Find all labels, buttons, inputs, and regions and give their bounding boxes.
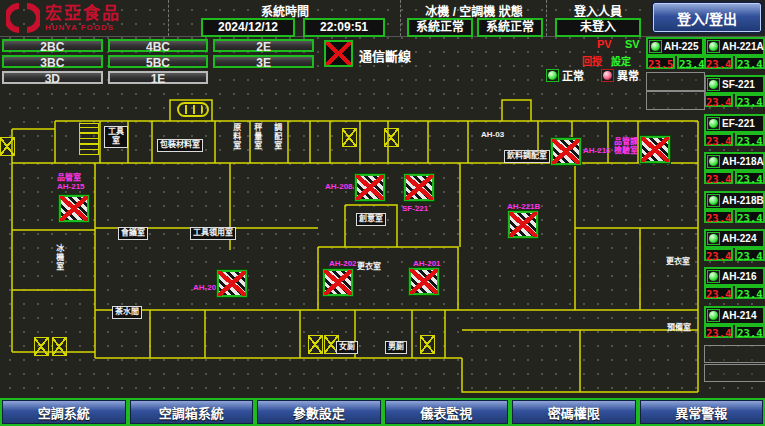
floor-button-3bc[interactable]: 3BC [2,55,103,68]
floor-select-grid: 2BC4BC2E3BC5BC3E3D1E [2,39,314,84]
shaft-icon-1 [342,128,357,147]
red-x-mark [324,270,352,295]
ahu-alarm-label-4: SF-221 [402,204,428,213]
unit-ah-214-sv-value: 23.4 [735,325,764,338]
room-label-12: 茶水間 [112,306,142,319]
unit-ah-214-status-led-icon [707,309,720,322]
unit-ah-216-name: AH-216 [722,271,756,282]
ahu-comm-fail-icon-1[interactable] [59,195,89,222]
floor-button-5bc[interactable]: 5BC [108,55,209,68]
abnormal-legend-label: 異常 [617,67,639,83]
unit-sf-221-pv-value: 23.4 [704,94,733,107]
ahu-alarm-label-7: AH-221B [507,202,540,211]
nav-button-1[interactable]: 空調系統 [2,400,126,424]
led-glyph [709,196,718,205]
ahu-comm-fail-icon-8[interactable] [551,138,581,165]
led-glyph [709,157,718,166]
system-time-group: 系統時間 2024/12/12 22:09:51 [168,0,401,36]
sv-label: SV [625,38,640,50]
nav-button-2[interactable]: 空調箱系統 [130,400,254,424]
unit-ah-216-values: 23.423.4 [704,286,764,299]
led-glyph [651,42,660,51]
abnormal-legend: 異常 [601,67,639,83]
room-label-10: 會議室 [118,227,148,240]
machine-status-label: 冰機 / 空調機 狀態 [401,2,547,19]
red-x-mark [60,196,88,221]
unit-ah-225-name: AH-225 [664,41,698,52]
red-x-mark [218,271,246,296]
shaft-icon-2 [384,128,399,147]
unit-ah-218b-values: 23.423.4 [704,210,764,223]
ahu-alarm-label-1: 品管室AH-215 [57,173,85,191]
unit-ah-225-values: 23.523.4 [646,56,703,69]
unit-sf-221-status-led-icon [707,78,720,91]
unit-ef-221[interactable]: EF-221 [704,114,765,133]
unit-ah-224-values: 23.423.4 [704,248,764,261]
unit-ah-218a[interactable]: AH-218A [704,152,765,171]
shaft-icon-4 [34,337,49,356]
unit-ah-221a-status-led-icon [707,40,720,53]
led-glyph [709,119,718,128]
ahu-comm-fail-icon-7[interactable] [508,211,538,238]
unit-sf-221[interactable]: SF-221 [704,75,765,94]
brand-logo: 宏亞食品 HUNYA FOODS [6,2,164,34]
unit-ah-221a-name: AH-221A [722,41,764,52]
floor-button-4bc[interactable]: 4BC [108,39,209,52]
unit-ah-216[interactable]: AH-216 [704,267,765,286]
unit-ah-221a-sv-value: 23.4 [735,56,764,69]
ahu-comm-fail-icon-5[interactable] [323,269,353,296]
unit-sf-221-values: 23.423.4 [704,94,764,107]
pv-label: PV [597,38,612,50]
red-x-mark [509,212,537,237]
unit-ah-225[interactable]: AH-225 [646,37,704,56]
brand-name: 宏亞食品 [45,5,121,22]
red-x-mark [405,175,433,200]
login-group: 登入人員 未登入 [546,0,649,36]
led-glyph [709,311,718,320]
floor-button-2e[interactable]: 2E [213,39,314,52]
unit-ah-224[interactable]: AH-224 [704,229,765,248]
ahu-comm-fail-icon-4[interactable] [404,174,434,201]
unit-ah-218b[interactable]: AH-218B [704,191,765,210]
nav-button-5[interactable]: 密碼權限 [512,400,636,424]
brand-name-en: HUNYA FOODS [45,24,121,32]
shaft-icon-8 [420,335,435,354]
unit-ef-221-values: 23.423.4 [704,133,764,146]
floor-button-2bc[interactable]: 2BC [2,39,103,52]
empty-slot-3 [704,345,765,363]
room-label-6: AH-03 [481,131,504,140]
room-label-8: 創意室 [356,213,386,226]
room-label-14: 男廁 [385,341,407,354]
unit-ah-218a-name: AH-218A [722,156,764,167]
revolving-door-icon [177,102,209,117]
shaft-icon-5 [52,337,67,356]
led-glyph [709,42,718,51]
red-x-mark [552,139,580,164]
unit-ah-225-pv-value: 23.5 [646,56,675,69]
floor-button-1e[interactable]: 1E [108,71,209,84]
floor-button-3e[interactable]: 3E [213,55,314,68]
room-label-13: 女廁 [336,341,358,354]
unit-ef-221-name: EF-221 [722,118,755,129]
unit-ah-221a[interactable]: AH-221A [704,37,765,56]
ahu-comm-fail-icon-6[interactable] [409,268,439,295]
login-user-field: 未登入 [555,18,641,37]
login-logout-button[interactable]: 登入/登出 [653,3,761,32]
nav-button-6[interactable]: 異常警報 [640,400,764,424]
ahu-comm-fail-icon-3[interactable] [355,174,385,201]
unit-ah-224-name: AH-224 [722,233,756,244]
empty-slot-2 [646,91,705,110]
normal-legend: 正常 [546,67,584,83]
room-label-9: 更衣室 [357,263,381,272]
unit-ah-214[interactable]: AH-214 [704,306,765,325]
nav-button-4[interactable]: 儀表監視 [385,400,509,424]
ahu-comm-fail-icon-9[interactable] [640,136,670,163]
ahu-comm-fail-icon-2[interactable] [217,270,247,297]
shaft-icon-3 [0,137,15,156]
nav-button-3[interactable]: 參數設定 [257,400,381,424]
unit-ah-218a-pv-value: 23.4 [704,171,733,184]
floor-button-3d[interactable]: 3D [2,71,103,84]
system-clock-field: 22:09:51 [303,18,385,37]
unit-ef-221-pv-value: 23.4 [704,133,733,146]
room-label-4: 秤量室 [252,123,261,150]
